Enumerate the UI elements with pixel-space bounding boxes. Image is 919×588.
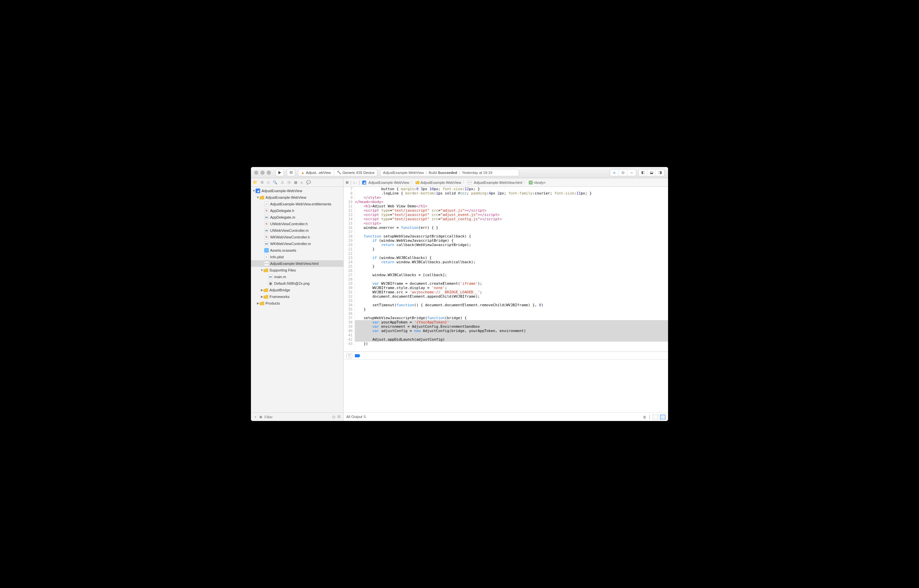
file-wkwebvc-h[interactable]: hWKWebViewController.h [251, 234, 343, 241]
find-navigator-icon[interactable]: 🔍 [273, 180, 277, 184]
tree-group[interactable]: ▼AdjustExample-WebView [251, 194, 343, 201]
tree-root[interactable]: ▼◢AdjustExample-WebView [251, 187, 343, 194]
filter-input[interactable] [264, 415, 330, 419]
add-icon[interactable]: ＋ [254, 414, 257, 419]
navigator-tabs[interactable]: 📁 ⧉ ◇ 🔍 ⚠ ◷ ▦ ⎋ 💬 [251, 178, 343, 187]
output-filter[interactable]: All Output [346, 415, 362, 419]
file-main-m[interactable]: mmain.m [251, 273, 343, 280]
build-status: Succeeded [438, 171, 457, 174]
related-items-icon[interactable]: ⊞ [345, 180, 348, 184]
debug-toggle-icon[interactable]: ▽ [346, 353, 352, 359]
zoom-dot[interactable] [267, 171, 271, 174]
group-supporting[interactable]: ▼Supporting Files [251, 267, 343, 273]
back-icon[interactable]: ‹ [353, 181, 355, 184]
scheme-selector[interactable]: ▲Adjust...ebView 🔨Generic iOS Device [298, 169, 378, 176]
symbol-navigator-icon[interactable]: ◇ [267, 180, 269, 184]
panel-toggle-group[interactable]: ◧ ⬓ ◨ [638, 169, 665, 176]
console-output[interactable] [344, 360, 668, 412]
issue-navigator-icon[interactable]: ⚠ [281, 180, 284, 184]
activity-time: Yesterday at 18:19 [462, 171, 492, 174]
file-uiwebvc-m[interactable]: mUIWebViewController.m [251, 227, 343, 234]
file-assets[interactable]: Assets.xcassets [251, 247, 343, 254]
destination-name: Generic iOS Device [343, 171, 375, 174]
activity-view: AdjustExample-WebView | Build Succeeded … [380, 169, 519, 176]
file-tree: ▼◢AdjustExample-WebView ▼AdjustExample-W… [251, 187, 343, 412]
scheme-name: Adjust...ebView [306, 171, 331, 174]
trash-icon[interactable]: 🗑 [643, 415, 647, 419]
minimize-dot[interactable] [261, 171, 264, 174]
version-editor-icon[interactable]: ↔ [627, 169, 636, 176]
code-area[interactable]: button { margin:0 3px 10px; font-size:12… [355, 187, 668, 352]
navigator: 📁 ⧉ ◇ 🔍 ⚠ ◷ ▦ ⎋ 💬 ▼◢AdjustExample-WebVie… [251, 178, 344, 421]
editor-mode-group[interactable]: ≡ ◎ ↔ [610, 169, 636, 176]
toggle-debug-icon[interactable]: ⬓ [647, 169, 656, 176]
group-products[interactable]: ▶Products [251, 300, 343, 307]
svg-rect-0 [290, 171, 293, 174]
stop-button[interactable] [287, 169, 295, 176]
forward-icon[interactable]: › [356, 181, 358, 184]
jump-bar[interactable]: ⊞ │ ‹ › │ ◢AdjustExample-WebView 〉 Adjus… [344, 178, 668, 187]
xcode-window: ▲Adjust...ebView 🔨Generic iOS Device Adj… [251, 167, 668, 421]
recent-icon[interactable]: ◷ [332, 415, 336, 419]
file-html-selected[interactable]: <>AdjustExample-WebView.html [251, 260, 343, 267]
report-navigator-icon[interactable]: 💬 [306, 180, 311, 184]
test-navigator-icon[interactable]: ◷ [287, 180, 291, 184]
navigator-filter-bar: ＋ ◉ ◷ ☒ [251, 412, 343, 421]
toggle-navigator-icon[interactable]: ◧ [639, 169, 647, 176]
debug-footer: All Output ⇅ 🗑 │ [344, 412, 668, 421]
standard-editor-icon[interactable]: ≡ [610, 169, 619, 176]
source-control-icon[interactable]: ⧉ [261, 180, 264, 184]
file-entitlements[interactable]: ≡AdjustExample-WebView.entitlements [251, 201, 343, 207]
titlebar: ▲Adjust...ebView 🔨Generic iOS Device Adj… [251, 167, 668, 178]
breakpoint-navigator-icon[interactable]: ⎋ [301, 181, 303, 184]
code-editor[interactable]: 7891011121314151617181920212223242526272… [344, 187, 668, 352]
assistant-editor-icon[interactable]: ◎ [619, 169, 627, 176]
file-wkwebvc-m[interactable]: mWKWebViewController.m [251, 241, 343, 247]
debug-area: ▽ All Output ⇅ 🗑 │ [344, 352, 668, 421]
filter-scope-icon[interactable]: ◉ [259, 415, 263, 419]
file-infoplist[interactable]: ≡Info.plist [251, 254, 343, 260]
console-view-icon[interactable] [660, 415, 665, 419]
group-bridge[interactable]: ▶AdjustBridge [251, 287, 343, 293]
activity-target: AdjustExample-WebView [383, 171, 424, 174]
breakpoint-toggle-icon[interactable] [355, 354, 360, 357]
scm-filter-icon[interactable]: ☒ [337, 415, 340, 419]
line-gutter: 7891011121314151617181920212223242526272… [344, 187, 355, 352]
project-navigator-icon[interactable]: 📁 [253, 180, 258, 184]
file-uiwebvc-h[interactable]: hUIWebViewController.h [251, 221, 343, 227]
debug-bar: ▽ [344, 352, 668, 360]
file-appdelegate-h[interactable]: hAppDelegate.h [251, 207, 343, 214]
variables-view-icon[interactable] [653, 415, 658, 419]
run-button[interactable] [276, 169, 284, 176]
group-frameworks[interactable]: ▶Frameworks [251, 293, 343, 300]
window-controls [254, 171, 271, 174]
debug-navigator-icon[interactable]: ▦ [294, 180, 297, 184]
toggle-utilities-icon[interactable]: ◨ [656, 169, 665, 176]
close-dot[interactable] [254, 171, 258, 174]
file-appdelegate-m[interactable]: mAppDelegate.m [251, 214, 343, 221]
file-default-png[interactable]: ▦Default-568h@2x.png [251, 280, 343, 287]
